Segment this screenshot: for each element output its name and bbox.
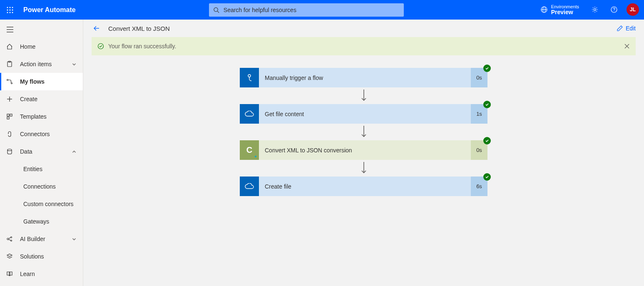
page-title: Convert XML to JSON [108, 25, 170, 32]
check-icon [485, 175, 489, 179]
sidebar-item-learn[interactable]: Learn [0, 265, 83, 283]
sidebar-item-label: Home [20, 43, 77, 50]
arrow-down-icon [361, 90, 367, 102]
sidebar-item-action-items[interactable]: Action items [0, 55, 83, 73]
sidebar-item-data[interactable]: Data [0, 143, 83, 160]
svg-point-14 [594, 9, 596, 11]
success-badge [483, 173, 491, 181]
svg-point-29 [7, 149, 12, 151]
success-banner: Your flow ran successfully. [92, 37, 636, 55]
sidebar-item-label: Learn [20, 271, 77, 277]
check-icon [485, 102, 489, 107]
app-launcher-button[interactable] [0, 0, 20, 20]
sidebar-item-label: Templates [20, 113, 77, 120]
sidebar-item-ai-builder[interactable]: AI Builder [0, 230, 83, 248]
sidebar-item-custom-connectors[interactable]: Custom connectors [0, 195, 83, 213]
environment-picker[interactable]: Environments Preview [537, 2, 582, 17]
book-icon [6, 271, 13, 277]
sidebar-item-entities[interactable]: Entities [0, 160, 83, 178]
sidebar-item-label: Custom connectors [23, 201, 77, 207]
success-badge [483, 137, 491, 144]
main-content: Convert XML to JSON Edit Your flow ran s… [83, 20, 644, 286]
flow-step-convert[interactable]: C Convert XML to JSON conversion 0s [240, 140, 487, 160]
sidebar-item-gateways[interactable]: Gateways [0, 213, 83, 230]
sidebar-item-label: Connectors [20, 131, 77, 137]
svg-rect-27 [10, 114, 12, 116]
sidebar-item-label: Connections [23, 183, 77, 190]
svg-point-39 [248, 75, 251, 77]
sidebar-item-create[interactable]: Create [0, 90, 83, 108]
edit-button[interactable]: Edit [617, 25, 636, 32]
user-avatar[interactable]: JL [627, 3, 639, 16]
pencil-icon [617, 25, 623, 32]
svg-point-36 [98, 44, 104, 49]
step-title: Manually trigger a flow [259, 68, 471, 87]
svg-point-4 [10, 9, 11, 10]
flow-step-create-file[interactable]: Create file 6s [240, 177, 487, 196]
svg-rect-26 [7, 114, 9, 116]
close-icon [624, 43, 630, 49]
arrow-down-icon [361, 126, 367, 138]
sidebar-item-home[interactable]: Home [0, 38, 83, 55]
svg-point-0 [7, 7, 8, 8]
sidebar-item-connections[interactable]: Connections [0, 178, 83, 195]
sidebar-item-label: Gateways [23, 218, 77, 225]
search-icon [213, 7, 219, 13]
check-icon [485, 139, 489, 143]
flow-step-trigger[interactable]: Manually trigger a flow 0s [240, 68, 487, 87]
sidebar-item-my-flows[interactable]: My flows [0, 73, 83, 90]
svg-point-3 [7, 9, 8, 10]
svg-point-2 [12, 7, 13, 8]
plus-icon [6, 96, 13, 102]
svg-rect-28 [7, 117, 9, 119]
flow-icon [6, 78, 13, 85]
svg-point-5 [12, 9, 13, 10]
sidebar-item-label: Action items [20, 61, 65, 67]
success-badge [483, 101, 491, 108]
sidebar-item-solutions[interactable]: Solutions [0, 248, 83, 265]
search-input[interactable] [224, 7, 400, 13]
arrow-left-icon [92, 24, 101, 32]
connectors-icon [6, 131, 13, 137]
sidebar-item-label: Create [20, 96, 77, 102]
check-icon [485, 66, 489, 70]
sidebar-item-templates[interactable]: Templates [0, 108, 83, 125]
svg-point-8 [12, 12, 13, 13]
success-badge [483, 65, 491, 72]
touch-icon [245, 73, 254, 82]
svg-point-1 [10, 7, 11, 8]
sidebar: Home Action items My flows Create Templa… [0, 20, 83, 286]
settings-button[interactable] [588, 3, 602, 16]
waffle-icon [7, 7, 13, 13]
step-title: Convert XML to JSON conversion [259, 140, 471, 160]
sidebar-toggle[interactable] [0, 21, 20, 38]
arrow-down-icon [361, 162, 367, 174]
flow-step-get-file[interactable]: Get file content 1s [240, 104, 487, 124]
svg-line-34 [9, 239, 11, 241]
chevron-up-icon [71, 149, 77, 154]
sidebar-item-label: Data [20, 148, 65, 155]
sidebar-item-label: My flows [20, 78, 77, 85]
cloud-icon [244, 111, 254, 117]
help-button[interactable] [607, 3, 621, 16]
banner-close-button[interactable] [624, 43, 630, 49]
flow-canvas: Manually trigger a flow 0s Get file cont… [83, 55, 644, 286]
top-header: Power Automate Environments Preview JL [0, 0, 644, 20]
ai-icon [6, 236, 13, 242]
layers-icon [6, 253, 13, 260]
sidebar-item-label: Entities [23, 166, 77, 172]
search-box[interactable] [209, 3, 404, 17]
svg-point-16 [614, 11, 614, 12]
svg-point-32 [11, 240, 12, 241]
hamburger-icon [7, 27, 13, 32]
svg-point-23 [11, 83, 12, 84]
svg-point-31 [11, 237, 12, 238]
svg-point-9 [214, 7, 218, 11]
svg-point-7 [10, 12, 11, 13]
sidebar-item-connectors[interactable]: Connectors [0, 125, 83, 143]
clipboard-icon [6, 61, 13, 67]
environment-value: Preview [551, 9, 579, 15]
edit-label: Edit [626, 25, 636, 32]
back-button[interactable] [92, 23, 102, 33]
step-title: Get file content [259, 104, 471, 124]
